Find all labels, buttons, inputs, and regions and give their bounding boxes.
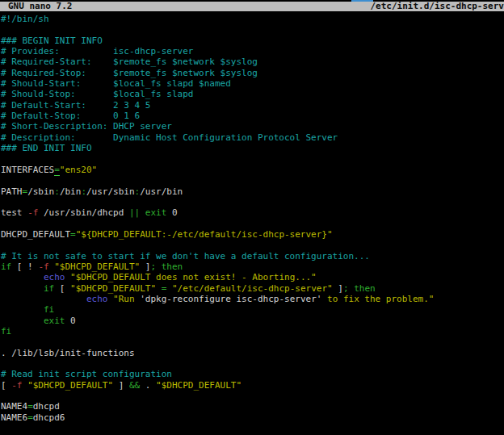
code-line: # Default-Stop: 0 1 6 xyxy=(1,111,504,121)
code-line: . /lib/lsb/init-functions xyxy=(1,348,504,358)
code-line: [ -f "$DHCPD_DEFAULT" ] && . "$DHCPD_DEF… xyxy=(1,380,504,391)
code-line: # Description: Dynamic Host Configuratio… xyxy=(1,132,504,143)
code-line xyxy=(1,153,504,164)
code-line: # Should-Start: $local_fs slapd $named xyxy=(1,78,504,89)
code-line: if [ "$DHCPD_DEFAULT" = "/etc/default/is… xyxy=(1,283,504,294)
code-line: # Should-Stop: $local_fs slapd xyxy=(1,89,504,99)
code-line: test -f /usr/sbin/dhcpd || exit 0 xyxy=(1,207,504,218)
nano-titlebar: GNU nano 7.2 /etc/init.d/isc-dhcp-serv xyxy=(0,2,504,11)
code-line: fi xyxy=(1,304,504,315)
code-line: # Short-Description: DHCP server xyxy=(1,121,504,132)
code-line: echo "$DHCPD_DEFAULT does not exist! - A… xyxy=(1,272,504,282)
code-line: # Provides: isc-dhcp-server xyxy=(1,46,504,56)
code-line: fi xyxy=(1,326,504,337)
code-line: # Read init script configuration xyxy=(1,369,504,379)
code-line xyxy=(1,24,504,35)
code-line: NAME6=dhcpd6 xyxy=(1,412,504,423)
code-line: PATH=/sbin:/bin:/usr/sbin:/usr/bin xyxy=(1,186,504,197)
code-line: # Required-Start: $remote_fs $network $s… xyxy=(1,56,504,67)
code-line: NAME4=dhcpd xyxy=(1,401,504,412)
code-line: #!/bin/sh xyxy=(1,14,504,24)
code-line xyxy=(1,358,504,369)
code-line xyxy=(1,391,504,401)
code-line: echo "Run 'dpkg-reconfigure isc-dhcp-ser… xyxy=(1,294,504,304)
code-line: ### END INIT INFO xyxy=(1,143,504,153)
code-line xyxy=(1,219,504,229)
code-line: exit 0 xyxy=(1,316,504,326)
code-line xyxy=(1,337,504,347)
terminal-window: GNU nano 7.2 /etc/init.d/isc-dhcp-serv #… xyxy=(0,0,504,435)
code-line xyxy=(1,240,504,250)
code-line: # Default-Start: 2 3 4 5 xyxy=(1,100,504,111)
text-cursor: = xyxy=(54,165,60,176)
code-line xyxy=(1,197,504,207)
code-line: INTERFACES="ens20" xyxy=(1,165,504,175)
code-line: DHCPD_DEFAULT="${DHCPD_DEFAULT:-/etc/def… xyxy=(1,229,504,240)
code-line: ### BEGIN INIT INFO xyxy=(1,36,504,46)
nano-version-label: GNU nano 7.2 xyxy=(8,2,72,11)
editor-content[interactable]: #!/bin/sh### BEGIN INIT INFO# Provides: … xyxy=(0,11,504,435)
code-line: if [ ! -f "$DHCPD_DEFAULT" ]; then xyxy=(1,261,504,272)
code-line: # Required-Stop: $remote_fs $network $sy… xyxy=(1,68,504,78)
code-line xyxy=(1,175,504,186)
code-line: # It is not safe to start if we don't ha… xyxy=(1,251,504,261)
code-line xyxy=(1,423,504,433)
file-path-label: /etc/init.d/isc-dhcp-serv xyxy=(370,2,504,11)
